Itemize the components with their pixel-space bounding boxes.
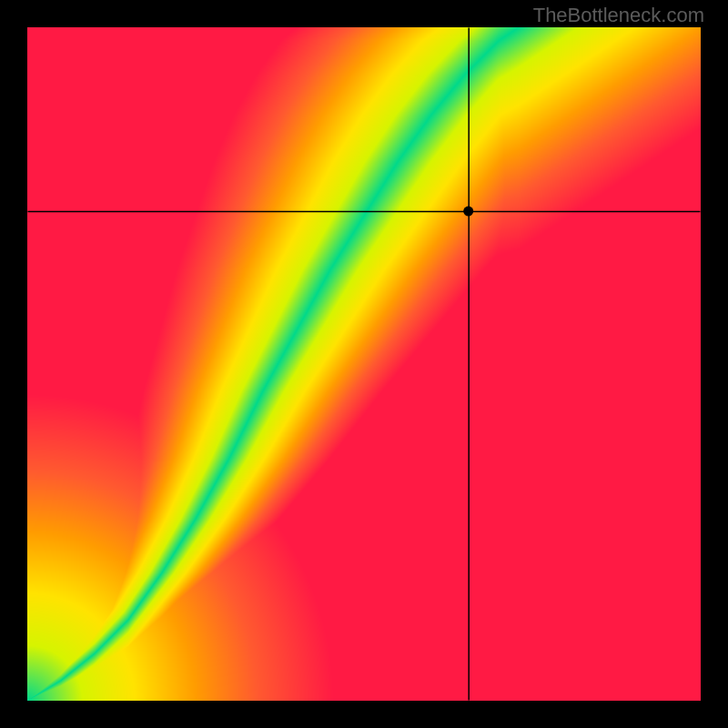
watermark-text: TheBottleneck.com <box>533 4 704 27</box>
heatmap-canvas <box>27 27 701 701</box>
heatmap-chart <box>27 27 701 701</box>
